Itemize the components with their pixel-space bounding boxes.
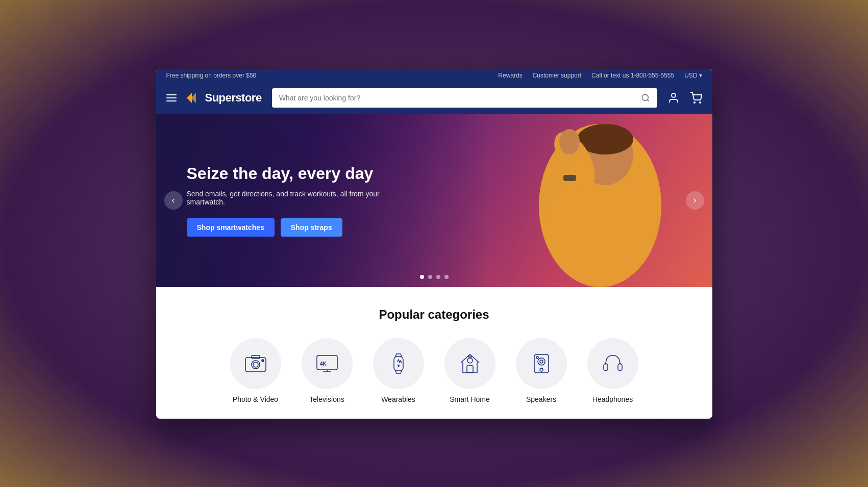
categories-grid: Photo & Video 4K Televisions — [205, 338, 664, 403]
hamburger-menu[interactable] — [166, 94, 177, 101]
top-bar: Free shipping on orders over $50 Rewards… — [156, 69, 712, 82]
header: Superstore — [156, 82, 712, 114]
svg-point-30 — [536, 356, 538, 358]
svg-point-2 — [642, 94, 648, 100]
logo-icon — [187, 93, 201, 103]
carousel-dot-4[interactable] — [444, 275, 449, 279]
smartwatch-icon — [386, 351, 411, 376]
svg-point-23 — [398, 365, 400, 367]
carousel-dot-2[interactable] — [428, 275, 432, 279]
categories-title: Popular categories — [166, 307, 702, 322]
svg-rect-31 — [604, 364, 608, 371]
smart-home-icon-circle — [444, 338, 495, 389]
wearables-icon-circle — [373, 338, 424, 389]
svg-point-25 — [467, 358, 473, 363]
svg-point-5 — [694, 102, 695, 103]
wearables-label: Wearables — [381, 395, 415, 403]
svg-point-6 — [700, 102, 701, 103]
search-input[interactable] — [272, 89, 634, 107]
category-smart-home[interactable]: Smart Home — [444, 338, 495, 403]
category-headphones[interactable]: Headphones — [587, 338, 638, 403]
carousel-dot-1[interactable] — [420, 275, 424, 279]
headphones-icon — [601, 351, 625, 376]
hero-banner: Seize the day, every day Send emails, ge… — [156, 114, 712, 287]
search-icon — [641, 93, 650, 102]
svg-point-27 — [538, 358, 545, 365]
category-wearables[interactable]: Wearables — [373, 338, 424, 403]
category-photo-video[interactable]: Photo & Video — [230, 338, 281, 403]
hero-title: Seize the day, every day — [187, 164, 381, 183]
carousel-dots — [420, 275, 449, 279]
hero-buttons: Shop smartwatches Shop straps — [187, 218, 381, 237]
carousel-dot-3[interactable] — [436, 275, 440, 279]
tv-icon: 4K — [315, 351, 339, 376]
headphones-icon-circle — [587, 338, 638, 389]
photo-video-icon-circle — [230, 338, 281, 389]
smarthome-icon — [458, 351, 482, 376]
svg-rect-16 — [252, 355, 260, 358]
account-icon[interactable] — [667, 92, 680, 104]
svg-rect-32 — [618, 364, 622, 371]
chevron-down-icon: ▾ — [699, 72, 702, 79]
category-speakers[interactable]: Speakers — [516, 338, 567, 403]
svg-line-3 — [647, 99, 649, 101]
svg-point-29 — [540, 368, 543, 371]
televisions-label: Televisions — [309, 395, 344, 403]
televisions-icon-circle: 4K — [302, 338, 353, 389]
headphones-label: Headphones — [592, 395, 633, 403]
categories-section: Popular categories Photo & Video — [156, 287, 712, 419]
smart-home-label: Smart Home — [450, 395, 490, 403]
svg-text:4K: 4K — [320, 361, 327, 367]
browser-window: Free shipping on orders over $50 Rewards… — [156, 69, 712, 419]
svg-rect-24 — [467, 366, 473, 373]
top-bar-right: Rewards Customer support Call or text us… — [498, 72, 702, 79]
currency-selector[interactable]: USD ▾ — [684, 72, 702, 79]
shipping-notice: Free shipping on orders over $50 — [166, 72, 257, 79]
logo[interactable]: Superstore — [187, 91, 262, 105]
header-icons — [667, 92, 702, 104]
photo-video-label: Photo & Video — [233, 395, 278, 403]
shop-smartwatches-button[interactable]: Shop smartwatches — [187, 218, 275, 237]
carousel-next-button[interactable]: › — [686, 191, 704, 210]
svg-point-17 — [262, 360, 264, 362]
logo-text: Superstore — [205, 91, 262, 105]
hero-content: Seize the day, every day Send emails, ge… — [156, 164, 411, 236]
speakers-icon-circle — [516, 338, 567, 389]
search-bar — [272, 88, 657, 108]
phone-link[interactable]: Call or text us 1-800-555-5555 — [591, 72, 674, 79]
svg-point-4 — [672, 93, 676, 97]
svg-point-28 — [540, 360, 543, 363]
search-button[interactable] — [634, 88, 657, 108]
support-link[interactable]: Customer support — [533, 72, 581, 79]
category-televisions[interactable]: 4K Televisions — [302, 338, 353, 403]
cart-icon[interactable] — [690, 92, 702, 104]
speakers-label: Speakers — [526, 395, 556, 403]
camera-icon — [243, 351, 268, 376]
speaker-icon — [529, 351, 554, 376]
hero-subtitle: Send emails, get directions, and track w… — [187, 190, 381, 206]
rewards-link[interactable]: Rewards — [498, 72, 522, 79]
shop-straps-button[interactable]: Shop straps — [281, 218, 342, 237]
svg-rect-22 — [394, 356, 403, 371]
carousel-prev-button[interactable]: ‹ — [164, 191, 183, 210]
svg-point-15 — [253, 362, 258, 367]
